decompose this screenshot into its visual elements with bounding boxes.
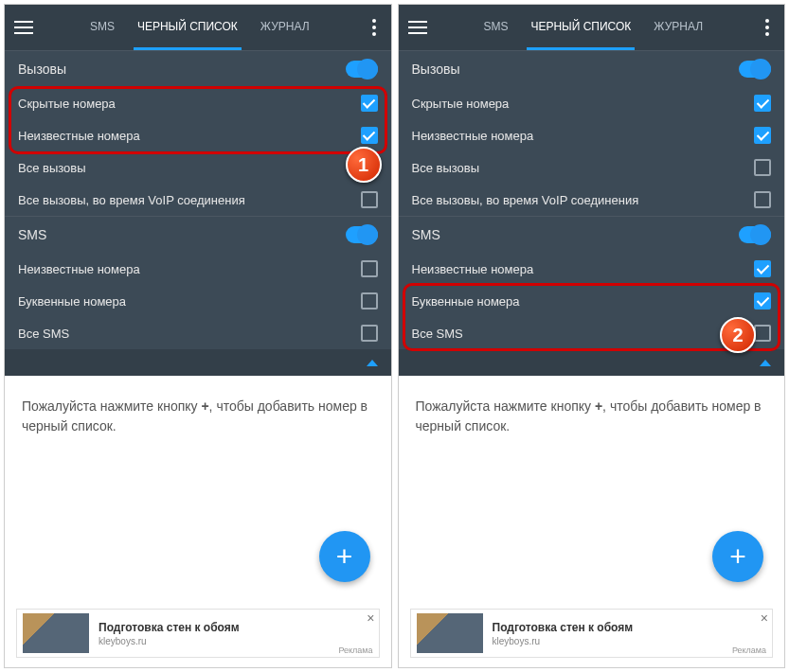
overflow-icon[interactable]: [363, 19, 386, 36]
ad-image: [417, 613, 483, 653]
row-alpha[interactable]: Буквенные номера: [5, 285, 391, 317]
sms-label: SMS: [18, 227, 46, 242]
row-label: Неизвестные номера: [18, 262, 140, 276]
row-label: Все вызовы: [18, 161, 86, 175]
ad-text: Подготовка стен к обоям kleyboys.ru: [493, 621, 767, 646]
row-label: Неизвестные номера: [412, 262, 534, 276]
tab-blacklist[interactable]: ЧЕРНЫЙ СПИСОК: [134, 5, 242, 50]
row-voip[interactable]: Все вызовы, во время VoIP соединения: [5, 184, 391, 216]
row-unknown-sms[interactable]: Неизвестные номера: [399, 253, 785, 285]
row-alpha[interactable]: Буквенные номера: [399, 285, 785, 317]
row-unknown-sms[interactable]: Неизвестные номера: [5, 253, 391, 285]
checkbox-voip[interactable]: [754, 191, 771, 208]
topbar: SMS ЧЕРНЫЙ СПИСОК ЖУРНАЛ: [5, 5, 391, 50]
checkbox-hidden[interactable]: [361, 95, 378, 112]
menu-icon[interactable]: [404, 14, 431, 41]
checkbox-all-calls[interactable]: [361, 159, 378, 176]
checkbox-all-sms[interactable]: [754, 325, 771, 342]
checkbox-voip[interactable]: [361, 191, 378, 208]
row-label: Все SMS: [18, 327, 69, 341]
checkbox-unknown-sms[interactable]: [754, 260, 771, 277]
chevron-up-icon: [760, 360, 771, 366]
checkbox-alpha[interactable]: [754, 292, 771, 309]
ad-image: [23, 613, 89, 653]
row-unknown-calls[interactable]: Неизвестные номера: [399, 119, 785, 151]
calls-toggle[interactable]: [346, 61, 378, 78]
row-label: Неизвестные номера: [412, 129, 534, 143]
prompt-text: Пожалуйста нажмите кнопку +, чтобы добав…: [416, 397, 768, 436]
checkbox-hidden[interactable]: [754, 95, 771, 112]
tab-bar: SMS ЧЕРНЫЙ СПИСОК ЖУРНАЛ: [43, 5, 357, 50]
row-label: Буквенные номера: [412, 294, 520, 309]
row-unknown-calls[interactable]: Неизвестные номера: [5, 119, 391, 151]
row-all-sms[interactable]: Все SMS: [5, 317, 391, 349]
ad-banner[interactable]: Подготовка стен к обоям kleyboys.ru × Ре…: [16, 609, 380, 658]
sms-toggle[interactable]: [346, 226, 378, 243]
prompt-text: Пожалуйста нажмите кнопку +, чтобы добав…: [22, 397, 374, 436]
ad-title: Подготовка стен к обоям: [493, 621, 767, 634]
ad-label: Реклама: [732, 645, 766, 655]
ad-text: Подготовка стен к обоям kleyboys.ru: [99, 621, 373, 646]
row-label: Буквенные номера: [18, 294, 126, 309]
ad-source: kleyboys.ru: [493, 636, 767, 646]
add-fab[interactable]: +: [319, 531, 370, 582]
calls-section-header: Вызовы: [399, 50, 785, 87]
empty-state: Пожалуйста нажмите кнопку +, чтобы добав…: [5, 376, 391, 667]
phone-left: SMS ЧЕРНЫЙ СПИСОК ЖУРНАЛ Вызовы Скрытые …: [4, 4, 392, 668]
checkbox-unknown-sms[interactable]: [361, 260, 378, 277]
row-all-calls[interactable]: Все вызовы: [5, 151, 391, 184]
collapse-bar[interactable]: [399, 349, 785, 376]
row-label: Все вызовы, во время VoIP соединения: [18, 193, 245, 207]
tab-log[interactable]: ЖУРНАЛ: [257, 5, 314, 50]
checkbox-unknown-calls[interactable]: [361, 127, 378, 144]
add-fab[interactable]: +: [712, 531, 763, 582]
tab-bar: SMS ЧЕРНЫЙ СПИСОК ЖУРНАЛ: [437, 5, 751, 50]
overflow-icon[interactable]: [756, 19, 779, 36]
calls-label: Вызовы: [18, 62, 66, 77]
tab-sms[interactable]: SMS: [479, 5, 511, 50]
phone-right: SMS ЧЕРНЫЙ СПИСОК ЖУРНАЛ Вызовы Скрытые …: [398, 4, 786, 668]
sms-label: SMS: [412, 227, 440, 242]
chevron-up-icon: [367, 360, 378, 366]
row-label: Неизвестные номера: [18, 129, 140, 143]
checkbox-all-calls[interactable]: [754, 159, 771, 176]
empty-state: Пожалуйста нажмите кнопку +, чтобы добав…: [399, 376, 785, 667]
row-label: Все вызовы, во время VoIP соединения: [412, 193, 639, 207]
ad-title: Подготовка стен к обоям: [99, 621, 373, 634]
row-label: Все вызовы: [412, 161, 480, 175]
calls-section-header: Вызовы: [5, 50, 391, 87]
tab-log[interactable]: ЖУРНАЛ: [650, 5, 707, 50]
row-label: Скрытые номера: [412, 97, 510, 111]
row-hidden-numbers[interactable]: Скрытые номера: [399, 87, 785, 119]
ad-source: kleyboys.ru: [99, 636, 373, 646]
ad-close-icon[interactable]: ×: [761, 611, 768, 625]
row-all-sms[interactable]: Все SMS: [399, 317, 785, 349]
row-voip[interactable]: Все вызовы, во время VoIP соединения: [399, 184, 785, 216]
row-label: Все SMS: [412, 327, 463, 341]
sms-toggle[interactable]: [739, 226, 771, 243]
checkbox-unknown-calls[interactable]: [754, 127, 771, 144]
calls-label: Вызовы: [412, 62, 460, 77]
topbar: SMS ЧЕРНЫЙ СПИСОК ЖУРНАЛ: [399, 5, 785, 50]
menu-icon[interactable]: [10, 14, 37, 41]
checkbox-alpha[interactable]: [361, 292, 378, 309]
sms-section-header: SMS: [399, 216, 785, 253]
collapse-bar[interactable]: [5, 349, 391, 376]
tab-sms[interactable]: SMS: [86, 5, 118, 50]
row-label: Скрытые номера: [18, 97, 116, 111]
row-all-calls[interactable]: Все вызовы: [399, 151, 785, 184]
sms-section-header: SMS: [5, 216, 391, 253]
calls-toggle[interactable]: [739, 61, 771, 78]
tab-blacklist[interactable]: ЧЕРНЫЙ СПИСОК: [527, 5, 635, 50]
ad-banner[interactable]: Подготовка стен к обоям kleyboys.ru × Ре…: [410, 609, 774, 658]
row-hidden-numbers[interactable]: Скрытые номера: [5, 87, 391, 119]
ad-close-icon[interactable]: ×: [367, 611, 374, 625]
checkbox-all-sms[interactable]: [361, 325, 378, 342]
ad-label: Реклама: [338, 645, 372, 655]
